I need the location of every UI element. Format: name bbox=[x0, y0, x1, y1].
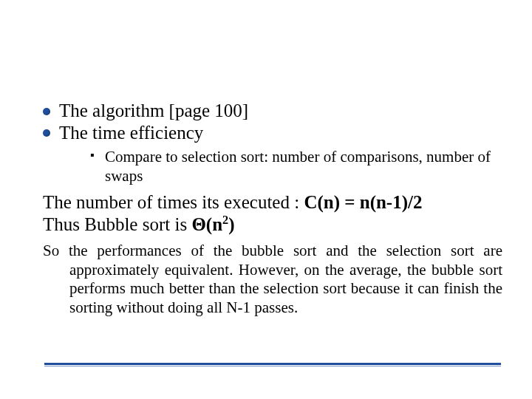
exec-prefix: The number of times its executed : bbox=[43, 192, 304, 212]
conclusion-block: The number of times its executed : C(n) … bbox=[43, 191, 502, 236]
theta-close: ) bbox=[228, 214, 234, 234]
slide-content: The algorithm [page 100] The time effici… bbox=[0, 100, 532, 318]
bullet-algorithm: The algorithm [page 100] bbox=[43, 100, 502, 122]
bullet-text: The time efficiency bbox=[59, 123, 203, 143]
performance-paragraph: So the performances of the bubble sort a… bbox=[43, 242, 502, 317]
theta-open: Θ(n bbox=[191, 214, 222, 234]
exec-formula: C(n) = n(n-1)/2 bbox=[304, 192, 422, 212]
footer-rule bbox=[44, 363, 501, 366]
bullet-text: The algorithm [page 100] bbox=[59, 100, 248, 120]
slide: The algorithm [page 100] The time effici… bbox=[0, 0, 532, 399]
sub-bullet-text: Compare to selection sort: number of com… bbox=[105, 148, 491, 185]
sub-bullet-list: Compare to selection sort: number of com… bbox=[59, 148, 502, 185]
conclusion-line-1: The number of times its executed : C(n) … bbox=[43, 191, 502, 214]
bullet-time-efficiency: The time efficiency Compare to selection… bbox=[43, 122, 502, 186]
sub-bullet-compare: Compare to selection sort: number of com… bbox=[90, 148, 502, 185]
thus-prefix: Thus Bubble sort is bbox=[43, 214, 191, 234]
theta-notation: Θ(n2) bbox=[191, 214, 234, 234]
top-bullet-list: The algorithm [page 100] The time effici… bbox=[43, 100, 502, 185]
theta-exp: 2 bbox=[222, 214, 228, 227]
conclusion-line-2: Thus Bubble sort is Θ(n2) bbox=[43, 214, 502, 236]
